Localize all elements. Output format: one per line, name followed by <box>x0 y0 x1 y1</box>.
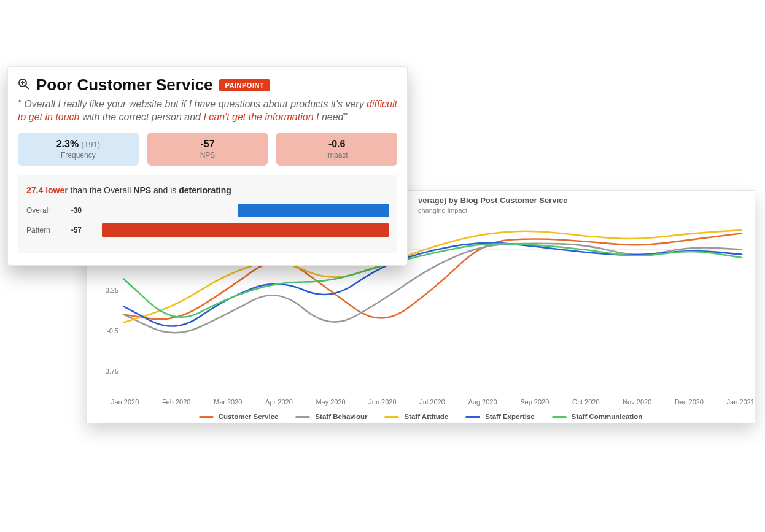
chart-x-axis: Jan 2020Feb 2020Mar 2020Apr 2020May 2020… <box>111 398 755 406</box>
legend-item[interactable]: Staff Communication <box>552 413 643 420</box>
legend-label: Staff Attitude <box>404 413 448 420</box>
painpoint-card: Poor Customer Service PAINPOINT " Overal… <box>7 66 408 266</box>
metric-nps[interactable]: -57 NPS <box>147 133 268 166</box>
x-tick: Jan 2020 <box>111 398 139 406</box>
legend-label: Staff Expertise <box>485 413 535 420</box>
legend-label: Customer Service <box>219 413 279 420</box>
x-tick: Aug 2020 <box>468 398 497 406</box>
painpoint-badge: PAINPOINT <box>219 79 271 91</box>
x-tick: Oct 2020 <box>572 398 600 406</box>
legend-color-swatch <box>552 416 567 418</box>
nps-bar <box>238 204 389 217</box>
chart-legend: Customer ServiceStaff BehaviourStaff Att… <box>87 413 755 420</box>
x-tick: Sep 2020 <box>520 398 549 406</box>
legend-label: Staff Behaviour <box>315 413 367 420</box>
painpoint-title: Poor Customer Service <box>36 75 213 94</box>
legend-label: Staff Communication <box>572 413 643 420</box>
metric-impact[interactable]: -0.6 Impact <box>276 133 397 166</box>
legend-item[interactable]: Staff Expertise <box>465 413 535 420</box>
x-tick: Apr 2020 <box>265 398 293 406</box>
nps-compare-block: 27.4 lower than the Overall NPS and is d… <box>18 175 397 253</box>
nps-bar-track <box>87 204 389 217</box>
nps-bar-row: Overall-30 <box>26 204 389 217</box>
chart-subtitle: changing impact <box>418 207 467 214</box>
x-tick: Nov 2020 <box>623 398 651 406</box>
x-tick: Feb 2020 <box>162 398 190 406</box>
legend-color-swatch <box>465 416 480 418</box>
x-tick: Mar 2020 <box>214 398 242 406</box>
x-tick: Jun 2020 <box>368 398 396 406</box>
nps-bar-label: Overall <box>26 206 61 215</box>
nps-bar-value: -30 <box>66 206 82 215</box>
x-tick: May 2020 <box>316 398 345 406</box>
nps-bar-value: -57 <box>66 226 82 234</box>
metric-frequency[interactable]: 2.3% (191) Frequency <box>18 133 139 166</box>
nps-bar-label: Pattern <box>26 226 61 234</box>
chart-title: verage) by Blog Post Customer Service <box>418 196 567 205</box>
x-tick: Dec 2020 <box>675 398 704 406</box>
magnifier-plus-icon[interactable] <box>18 78 30 93</box>
y-tick: -0.5 <box>107 327 118 334</box>
x-tick: Jul 2020 <box>419 398 445 406</box>
nps-bar-track <box>87 223 389 237</box>
nps-bar-row: Pattern-57 <box>26 223 389 237</box>
svg-line-2 <box>26 86 29 89</box>
painpoint-quote: " Overall I really like your website but… <box>18 98 397 124</box>
legend-item[interactable]: Staff Attitude <box>384 413 448 420</box>
legend-color-swatch <box>199 416 214 418</box>
legend-color-swatch <box>384 416 399 418</box>
y-tick: -0.75 <box>103 368 118 375</box>
nps-bar <box>102 223 389 237</box>
y-tick: -0.25 <box>103 287 118 294</box>
legend-item[interactable]: Staff Behaviour <box>295 413 367 420</box>
legend-item[interactable]: Customer Service <box>199 413 279 420</box>
x-tick: Jan 2021 <box>727 398 755 406</box>
legend-color-swatch <box>295 416 310 418</box>
